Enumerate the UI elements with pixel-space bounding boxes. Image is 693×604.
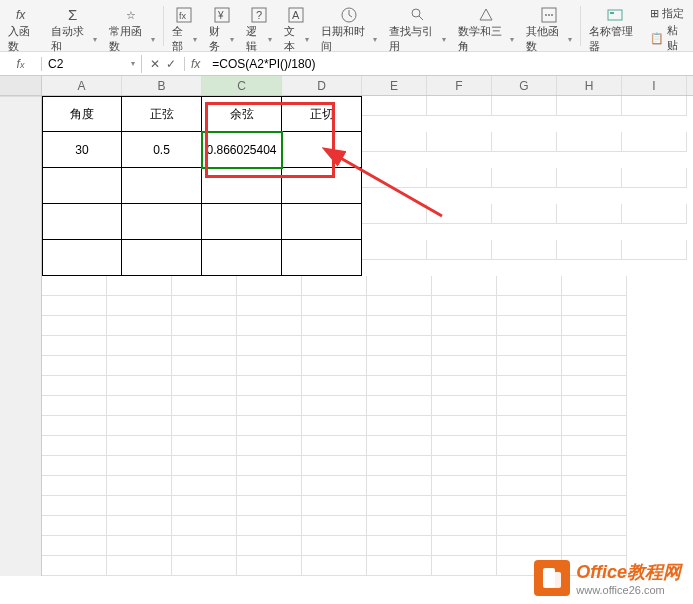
col-header-d[interactable]: D — [282, 76, 362, 95]
other-functions-button[interactable]: 其他函数▾ — [520, 4, 578, 50]
cell-empty[interactable] — [172, 276, 237, 296]
cell-empty[interactable] — [237, 556, 302, 576]
cell-empty[interactable] — [172, 436, 237, 456]
cell-empty[interactable] — [432, 496, 497, 516]
cell-empty[interactable] — [497, 276, 562, 296]
cell-empty[interactable] — [367, 396, 432, 416]
cell-a1[interactable]: 角度 — [42, 96, 122, 132]
cell-empty[interactable] — [497, 436, 562, 456]
cell-empty[interactable] — [42, 356, 107, 376]
specify-button[interactable]: ⊞指定 — [650, 6, 687, 21]
cell-empty[interactable] — [562, 276, 627, 296]
cell-empty[interactable] — [237, 336, 302, 356]
cell-empty[interactable] — [367, 496, 432, 516]
cell-empty[interactable] — [42, 456, 107, 476]
cell-e4[interactable] — [362, 204, 427, 224]
cell-i5[interactable] — [622, 240, 687, 260]
cell-empty[interactable] — [42, 296, 107, 316]
cell-empty[interactable] — [367, 316, 432, 336]
cell-h2[interactable] — [557, 132, 622, 152]
col-header-b[interactable]: B — [122, 76, 202, 95]
formula-input[interactable] — [206, 55, 693, 73]
autosum-button[interactable]: Σ 自动求和▾ — [45, 4, 103, 50]
cell-empty[interactable] — [237, 536, 302, 556]
paste-button[interactable]: 📋粘贴 — [650, 23, 687, 53]
cell-c2[interactable]: 0.866025404 — [202, 132, 282, 168]
cell-empty[interactable] — [497, 456, 562, 476]
cell-empty[interactable] — [172, 376, 237, 396]
cell-empty[interactable] — [367, 356, 432, 376]
cell-empty[interactable] — [562, 536, 627, 556]
cell-b3[interactable] — [122, 168, 202, 204]
cell-empty[interactable] — [367, 336, 432, 356]
cell-a2[interactable]: 30 — [42, 132, 122, 168]
cell-empty[interactable] — [562, 416, 627, 436]
cell-e2[interactable] — [362, 132, 427, 152]
cell-empty[interactable] — [172, 356, 237, 376]
cell-a5[interactable] — [42, 240, 122, 276]
cell-empty[interactable] — [562, 296, 627, 316]
cell-empty[interactable] — [237, 496, 302, 516]
cell-e5[interactable] — [362, 240, 427, 260]
financial-button[interactable]: ¥ 财务▾ — [203, 4, 240, 50]
cell-empty[interactable] — [302, 416, 367, 436]
cell-empty[interactable] — [107, 396, 172, 416]
cell-c4[interactable] — [202, 204, 282, 240]
cell-empty[interactable] — [302, 516, 367, 536]
cell-empty[interactable] — [432, 456, 497, 476]
cell-empty[interactable] — [172, 476, 237, 496]
cell-g1[interactable] — [492, 96, 557, 116]
cell-empty[interactable] — [497, 416, 562, 436]
cell-a4[interactable] — [42, 204, 122, 240]
cell-empty[interactable] — [432, 276, 497, 296]
cell-d2[interactable] — [282, 132, 362, 168]
cell-empty[interactable] — [302, 376, 367, 396]
cell-empty[interactable] — [107, 336, 172, 356]
cell-empty[interactable] — [172, 556, 237, 576]
cell-empty[interactable] — [172, 296, 237, 316]
cell-empty[interactable] — [562, 456, 627, 476]
cell-empty[interactable] — [367, 456, 432, 476]
cell-empty[interactable] — [302, 456, 367, 476]
cell-empty[interactable] — [562, 336, 627, 356]
cell-empty[interactable] — [497, 336, 562, 356]
cell-f4[interactable] — [427, 204, 492, 224]
cell-empty[interactable] — [237, 516, 302, 536]
accept-icon[interactable]: ✓ — [166, 57, 176, 71]
cell-h1[interactable] — [557, 96, 622, 116]
cell-i2[interactable] — [622, 132, 687, 152]
cell-i4[interactable] — [622, 204, 687, 224]
cell-empty[interactable] — [172, 316, 237, 336]
cell-empty[interactable] — [42, 276, 107, 296]
cell-h3[interactable] — [557, 168, 622, 188]
cell-empty[interactable] — [367, 556, 432, 576]
cell-empty[interactable] — [107, 316, 172, 336]
cell-empty[interactable] — [367, 536, 432, 556]
cell-empty[interactable] — [497, 516, 562, 536]
cell-empty[interactable] — [367, 276, 432, 296]
cell-empty[interactable] — [42, 556, 107, 576]
cell-empty[interactable] — [302, 396, 367, 416]
cell-empty[interactable] — [107, 536, 172, 556]
cell-empty[interactable] — [237, 356, 302, 376]
cell-d4[interactable] — [282, 204, 362, 240]
cell-empty[interactable] — [42, 376, 107, 396]
cell-empty[interactable] — [172, 536, 237, 556]
cell-d3[interactable] — [282, 168, 362, 204]
cell-empty[interactable] — [172, 456, 237, 476]
cell-empty[interactable] — [302, 276, 367, 296]
cell-empty[interactable] — [562, 476, 627, 496]
cell-empty[interactable] — [107, 556, 172, 576]
cell-empty[interactable] — [432, 416, 497, 436]
cell-b4[interactable] — [122, 204, 202, 240]
cell-d1[interactable]: 正切 — [282, 96, 362, 132]
cell-c1[interactable]: 余弦 — [202, 96, 282, 132]
cell-empty[interactable] — [172, 416, 237, 436]
cell-empty[interactable] — [497, 476, 562, 496]
cell-empty[interactable] — [432, 396, 497, 416]
insert-function-button[interactable]: fx 入函数 — [2, 4, 45, 50]
cell-empty[interactable] — [432, 356, 497, 376]
cell-empty[interactable] — [562, 496, 627, 516]
row-header-hidden[interactable] — [0, 96, 41, 97]
cell-empty[interactable] — [172, 396, 237, 416]
